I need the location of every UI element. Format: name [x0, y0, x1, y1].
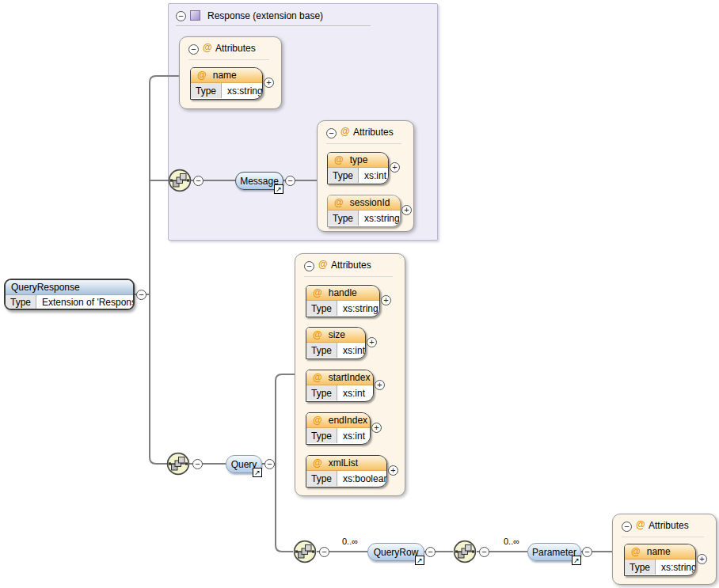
attribute-box-size[interactable]: @ size Type xs:int	[306, 327, 366, 359]
expand-icon[interactable]: +	[371, 423, 382, 433]
type-label: Type	[328, 211, 359, 226]
attribute-icon: @	[334, 197, 344, 208]
attribute-icon: @	[631, 546, 641, 557]
attribute-name: type	[350, 154, 368, 165]
sequence-compositor-icon[interactable]	[168, 169, 192, 192]
attribute-name: startIndex	[329, 372, 371, 383]
type-label: Type	[6, 295, 36, 309]
expand-icon[interactable]: +	[401, 205, 412, 215]
type-value: xs:int	[359, 168, 389, 183]
collapse-icon[interactable]: −	[479, 547, 489, 557]
expand-icon[interactable]: +	[381, 295, 391, 305]
type-value: xs:int	[337, 343, 366, 358]
divider	[622, 537, 704, 537]
type-label: Type	[328, 168, 359, 183]
schema-diagram: − Response (extension base) − @ Attribut…	[0, 0, 719, 588]
attribute-box-name[interactable]: @ name Type xs:string	[624, 544, 696, 576]
type-label: Type	[306, 428, 337, 443]
attribute-icon: @	[197, 70, 207, 81]
divider	[188, 59, 269, 60]
attribute-box-type[interactable]: @ type Type xs:int	[327, 152, 389, 184]
sequence-compositor-icon[interactable]	[293, 540, 317, 563]
type-label: Type	[306, 385, 337, 400]
collapse-icon[interactable]: −	[176, 11, 186, 21]
attribute-name: size	[329, 329, 345, 340]
reference-arrow-icon[interactable]: ↗	[572, 556, 581, 565]
attribute-name: name	[647, 546, 671, 557]
type-label: Type	[306, 471, 337, 486]
type-value: xs:string	[337, 301, 380, 316]
element-label: QueryRow	[374, 547, 419, 558]
occurrence-label: 0..∞	[504, 537, 519, 546]
divider	[304, 276, 393, 277]
type-label: Type	[625, 560, 656, 575]
attribute-group-icon: @	[203, 42, 212, 53]
attribute-icon: @	[313, 415, 322, 426]
attribute-group-icon: @	[340, 126, 350, 137]
attributes-title: Attributes	[215, 43, 256, 54]
attribute-name: endIndex	[329, 415, 367, 426]
complex-type-icon	[190, 10, 200, 21]
attribute-icon: @	[313, 457, 322, 469]
type-label: Type	[306, 301, 337, 316]
collapse-icon[interactable]: −	[319, 547, 329, 557]
expand-icon[interactable]: +	[367, 337, 377, 347]
attribute-icon: @	[313, 287, 322, 298]
collapse-icon[interactable]: −	[188, 44, 199, 55]
element-label: Message	[240, 176, 279, 187]
attribute-icon: @	[334, 154, 344, 165]
attribute-box-handle[interactable]: @ handle Type xs:string	[306, 285, 380, 317]
collapse-icon[interactable]: −	[622, 522, 632, 532]
type-value: xs:boolean	[337, 471, 387, 486]
sequence-compositor-icon[interactable]	[453, 540, 477, 563]
element-parameter[interactable]: Parameter ↗	[527, 543, 581, 561]
occurrence-label: 0..∞	[342, 537, 358, 546]
reference-arrow-icon[interactable]: ↗	[415, 556, 424, 565]
extension-base-title: Response (extension base)	[207, 10, 323, 21]
collapse-icon[interactable]: −	[326, 128, 337, 138]
collapse-icon[interactable]: −	[264, 459, 275, 469]
attribute-name: sessionId	[350, 197, 390, 208]
collapse-icon[interactable]: −	[285, 176, 295, 186]
type-value: xs:string	[222, 83, 263, 98]
element-label: Parameter	[532, 547, 576, 558]
attributes-title: Attributes	[649, 520, 689, 531]
element-message[interactable]: Message ↗	[235, 172, 283, 190]
attribute-icon: @	[313, 372, 322, 383]
attribute-name: name	[213, 70, 237, 81]
attribute-box-xmllist[interactable]: @ xmlList Type xs:boolean	[306, 455, 387, 487]
expand-icon[interactable]: +	[375, 380, 385, 390]
collapse-icon[interactable]: −	[192, 459, 203, 469]
expand-icon[interactable]: +	[264, 78, 274, 88]
attribute-name: xmlList	[329, 457, 358, 469]
element-queryrow[interactable]: QueryRow ↗	[367, 543, 424, 561]
attributes-title: Attributes	[353, 127, 394, 138]
collapse-icon[interactable]: −	[304, 261, 314, 271]
attribute-name: handle	[329, 287, 357, 298]
expand-icon[interactable]: +	[388, 465, 398, 476]
divider	[326, 143, 401, 144]
attribute-group-icon: @	[318, 259, 328, 270]
attribute-box-name[interactable]: @ name Type xs:string	[190, 67, 263, 100]
attribute-box-startindex[interactable]: @ startIndex Type xs:int	[306, 370, 374, 402]
collapse-icon[interactable]: −	[193, 176, 204, 186]
root-element-queryresponse[interactable]: QueryResponse Type Extension of 'Respons…	[4, 279, 135, 310]
type-value: xs:string	[359, 211, 401, 226]
reference-arrow-icon[interactable]: ↗	[253, 468, 262, 477]
attribute-box-endindex[interactable]: @ endIndex Type xs:int	[306, 412, 371, 445]
divider	[176, 25, 371, 26]
type-value: xs:string	[656, 560, 696, 575]
expand-icon[interactable]: +	[390, 162, 400, 173]
reference-arrow-icon[interactable]: ↗	[274, 184, 283, 194]
element-query[interactable]: Query ↗	[226, 455, 262, 473]
sequence-compositor-icon[interactable]	[166, 452, 190, 476]
attributes-title: Attributes	[331, 260, 371, 271]
collapse-icon[interactable]: −	[425, 547, 436, 557]
expand-icon[interactable]: +	[697, 554, 707, 564]
attribute-box-sessionid[interactable]: @ sessionId Type xs:string	[327, 195, 401, 227]
type-label: Type	[306, 343, 337, 358]
type-value: xs:int	[337, 385, 373, 400]
collapse-icon[interactable]: −	[136, 290, 146, 300]
attribute-group-icon: @	[636, 519, 645, 530]
collapse-icon[interactable]: −	[582, 547, 592, 557]
